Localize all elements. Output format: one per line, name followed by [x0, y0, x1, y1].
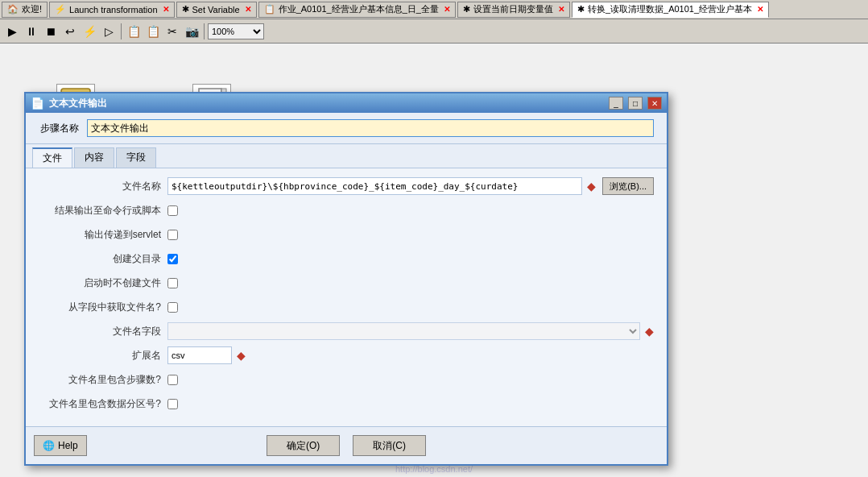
- toolbar-cut[interactable]: ✂: [163, 23, 181, 40]
- toolbar: ▶ ⏸ ⏹ ↩ ⚡ ▷ 📋 📋 ✂ 📷 50% 75% 100% 125% 15…: [0, 19, 868, 44]
- tab-launch[interactable]: ⚡ Launch transformation ✕: [49, 2, 174, 18]
- no-create-launch-label: 启动时不创建文件: [39, 276, 167, 290]
- tab-welcome-label: 欢迎!: [22, 3, 42, 15]
- help-button[interactable]: 🌐 Help: [34, 435, 87, 456]
- toolbar-stop[interactable]: ⏹: [42, 23, 60, 40]
- dialog-content: 文件名称 ◆ 浏览(B)... 结果输出至命令行或脚本 输出传递到servlet…: [26, 168, 667, 426]
- file-name-field-row: 文件名字段 ◆: [39, 321, 654, 341]
- output-servlet-label: 输出传递到servlet: [39, 228, 167, 242]
- toolbar-copy[interactable]: 📋: [125, 23, 143, 40]
- extension-label: 扩展名: [39, 349, 167, 363]
- tab-setvariable-label: Set Variable: [192, 5, 240, 15]
- tab-fields[interactable]: 字段: [116, 147, 156, 168]
- file-name-field-diamond: ◆: [645, 325, 654, 338]
- result-to-cmd-checkbox[interactable]: [167, 205, 178, 216]
- tab-job1-label: 作业_A0101_经营业户基本信息_日_全量: [279, 3, 439, 15]
- get-from-field-label: 从字段中获取文件名?: [39, 301, 167, 314]
- dialog-minimize-btn[interactable]: _: [609, 97, 623, 110]
- result-to-cmd-label: 结果输出至命令行或脚本: [39, 204, 167, 218]
- dialog-maximize-btn[interactable]: □: [628, 97, 643, 110]
- create-parent-dir-label: 创建父目录: [39, 252, 167, 266]
- extension-diamond: ◆: [237, 349, 246, 362]
- no-create-launch-row: 启动时不创建文件: [39, 273, 654, 292]
- tab-bar: 文件 内容 字段: [26, 144, 667, 168]
- toolbar-separator-2: [204, 23, 205, 39]
- include-partition-row: 文件名里包含数据分区号?: [39, 394, 654, 413]
- zoom-select[interactable]: 50% 75% 100% 125% 150%: [208, 23, 264, 39]
- cancel-button[interactable]: 取消(C): [353, 435, 426, 456]
- extension-row: 扩展名 ◆: [39, 346, 654, 365]
- tab-transform1-close[interactable]: ✕: [757, 5, 763, 14]
- toolbar-paste[interactable]: 📋: [144, 23, 162, 40]
- welcome-icon: 🏠: [7, 4, 19, 15]
- extension-input[interactable]: [167, 346, 232, 364]
- toolbar-undo[interactable]: ↩: [61, 23, 79, 40]
- dialog-title-text: 文本文件输出: [49, 97, 604, 110]
- step-name-input[interactable]: [87, 119, 654, 137]
- dialog-titlebar: 📄 文本文件输出 _ □ ✕: [26, 93, 667, 113]
- include-partition-label: 文件名里包含数据分区号?: [39, 397, 167, 411]
- tab-transform1-label: 转换_读取清理数据_A0101_经营业户基本: [588, 3, 752, 15]
- tab-setvariable[interactable]: ✱ Set Variable ✕: [176, 2, 257, 18]
- toolbar-pause[interactable]: ⏸: [23, 23, 40, 40]
- include-stepnum-label: 文件名里包含步骤数?: [39, 373, 167, 387]
- file-name-diamond: ◆: [587, 180, 596, 193]
- file-name-row: 文件名称 ◆ 浏览(B)...: [39, 176, 654, 196]
- file-name-input[interactable]: [167, 177, 582, 195]
- tab-setdate-close[interactable]: ✕: [558, 5, 564, 14]
- include-stepnum-row: 文件名里包含步骤数?: [39, 370, 654, 389]
- create-parent-dir-row: 创建父目录: [39, 249, 654, 268]
- job1-icon: 📋: [264, 4, 275, 15]
- result-to-cmd-row: 结果输出至命令行或脚本: [39, 201, 654, 220]
- dialog-close-btn[interactable]: ✕: [647, 97, 662, 110]
- tab-content-label: 内容: [85, 151, 104, 163]
- tab-job1[interactable]: 📋 作业_A0101_经营业户基本信息_日_全量 ✕: [258, 2, 456, 18]
- dialog-footer: 🌐 Help 确定(O) 取消(C): [26, 426, 667, 464]
- tab-welcome[interactable]: 🏠 欢迎!: [2, 2, 48, 18]
- output-servlet-row: 输出传递到servlet: [39, 225, 654, 244]
- help-icon: 🌐: [43, 440, 55, 451]
- transform1-icon: ✱: [577, 4, 585, 15]
- canvas-area: 表输入 文本文件输出: [0, 44, 868, 477]
- toolbar-screenshot[interactable]: 📷: [183, 23, 200, 40]
- tab-launch-close[interactable]: ✕: [163, 5, 169, 14]
- taskbar: 🏠 欢迎! ⚡ Launch transformation ✕ ✱ Set Va…: [0, 0, 868, 19]
- setvariable-icon: ✱: [182, 4, 189, 15]
- browse-button[interactable]: 浏览(B)...: [602, 177, 654, 195]
- dialog-title-icon: 📄: [31, 97, 44, 110]
- file-name-field-dropdown[interactable]: [167, 322, 640, 340]
- get-from-field-checkbox[interactable]: [167, 302, 178, 313]
- launch-icon: ⚡: [55, 4, 66, 15]
- tab-content[interactable]: 内容: [74, 147, 114, 168]
- tab-setdate-label: 设置当前日期变量值: [473, 3, 553, 15]
- toolbar-play[interactable]: ▶: [3, 23, 21, 40]
- step-name-label: 步骤名称: [39, 122, 79, 135]
- tab-job1-close[interactable]: ✕: [444, 5, 450, 14]
- tab-file[interactable]: 文件: [32, 147, 72, 168]
- tab-file-label: 文件: [43, 152, 62, 164]
- no-create-launch-checkbox[interactable]: [167, 278, 178, 288]
- output-servlet-checkbox[interactable]: [167, 230, 178, 240]
- file-name-label: 文件名称: [39, 180, 167, 193]
- toolbar-step[interactable]: ▷: [100, 23, 118, 40]
- include-partition-checkbox[interactable]: [167, 399, 178, 409]
- toolbar-separator-1: [121, 23, 122, 39]
- tab-setvariable-close[interactable]: ✕: [245, 5, 251, 14]
- get-from-field-row: 从字段中获取文件名?: [39, 297, 654, 317]
- setdate-icon: ✱: [463, 4, 470, 15]
- tab-setdate[interactable]: ✱ 设置当前日期变量值 ✕: [457, 2, 570, 18]
- toolbar-run[interactable]: ⚡: [81, 23, 98, 40]
- tab-transform1[interactable]: ✱ 转换_读取清理数据_A0101_经营业户基本 ✕: [572, 2, 769, 18]
- tab-fields-label: 字段: [126, 151, 146, 163]
- help-label: Help: [58, 440, 78, 451]
- file-name-field-label: 文件名字段: [39, 325, 167, 338]
- confirm-button[interactable]: 确定(O): [267, 435, 340, 456]
- step-name-row: 步骤名称: [26, 113, 667, 144]
- tab-launch-label: Launch transformation: [69, 5, 157, 15]
- create-parent-dir-checkbox[interactable]: [167, 254, 178, 264]
- include-stepnum-checkbox[interactable]: [167, 375, 178, 385]
- dialog: 📄 文本文件输出 _ □ ✕ 步骤名称 文件 内容 字段: [24, 92, 668, 466]
